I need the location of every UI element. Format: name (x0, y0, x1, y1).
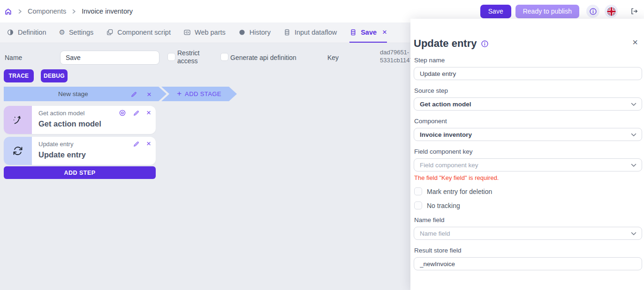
save-button[interactable]: Save (480, 5, 511, 18)
chevron-down-icon (631, 103, 636, 106)
history-icon (238, 29, 246, 36)
restrict-access-checkbox[interactable] (167, 53, 175, 61)
field-component-key-label: Field component key (414, 148, 642, 155)
tab-input-dataflow[interactable]: Input dataflow (283, 22, 337, 43)
step-name-input[interactable] (414, 67, 642, 80)
close-tab-icon[interactable]: × (382, 28, 387, 37)
component-label: Component (414, 118, 642, 125)
action-model-icon (4, 106, 32, 134)
tab-settings[interactable]: ⚙ Settings (59, 22, 93, 43)
no-tracking-label: No tracking (427, 202, 460, 209)
step-card-get-action-model[interactable]: Get action model Get action model × (4, 106, 156, 134)
step-card-update-entry[interactable]: Update entry Update entry × (4, 137, 156, 165)
app-screen: Components Invoice inventory Save Ready … (0, 0, 644, 290)
generate-api-checkbox[interactable] (220, 53, 228, 61)
view-step-icon[interactable] (119, 109, 126, 117)
delete-stage-icon[interactable]: × (145, 90, 153, 98)
trace-button[interactable]: TRACE (4, 69, 34, 82)
result-store-field-label: Result store field (414, 247, 642, 254)
tab-component-script[interactable]: Component script (106, 22, 171, 43)
source-step-label: Source step (414, 87, 642, 94)
source-step-select[interactable]: Get action model (414, 97, 642, 111)
plus-icon: + (177, 89, 182, 98)
ready-to-publish-button[interactable]: Ready to publish (515, 5, 579, 18)
no-tracking-checkbox[interactable] (414, 201, 422, 209)
chevron-down-icon (631, 164, 636, 167)
logout-button[interactable] (630, 7, 638, 15)
home-icon[interactable] (4, 7, 12, 15)
delete-step-icon[interactable]: × (146, 109, 151, 117)
stage-segment[interactable]: New stage × (4, 87, 167, 101)
chevron-right-icon (71, 9, 76, 14)
close-panel-icon[interactable]: × (632, 38, 638, 46)
breadcrumb: Components Invoice inventory (4, 0, 133, 22)
chevron-right-icon (17, 9, 23, 14)
name-label: Name (5, 54, 22, 61)
component-select[interactable]: Invoice inventory (414, 128, 642, 141)
edit-step-icon[interactable] (133, 141, 140, 148)
panel-title: Update entry (414, 37, 477, 50)
gear-icon: ⚙ (59, 29, 65, 36)
mark-entry-deletion-label: Mark entry for deletion (427, 188, 492, 195)
step-name-label: Get action model (38, 119, 150, 128)
uk-flag-icon (607, 7, 616, 16)
update-entry-panel: × Update entry Step name Source step Get… (410, 19, 644, 290)
tab-web-parts[interactable]: Web parts (183, 22, 226, 43)
tab-history[interactable]: History (238, 22, 271, 43)
dataflow-icon (283, 29, 291, 36)
edit-step-icon[interactable] (133, 110, 140, 117)
name-field-select[interactable]: Name field (414, 227, 642, 240)
definition-icon (7, 29, 14, 36)
language-flag-button[interactable] (605, 5, 618, 18)
key-label: Key (327, 54, 339, 61)
field-component-key-select[interactable]: Field component key (414, 158, 642, 171)
generate-api-label: Generate api definition (230, 54, 296, 61)
debug-button[interactable]: DEBUG (41, 69, 68, 82)
restrict-access-label: Restrict access (177, 49, 205, 65)
delete-step-icon[interactable]: × (146, 140, 151, 148)
update-entry-icon (4, 137, 32, 165)
dataflow-icon (349, 29, 357, 36)
stage-name: New stage (4, 87, 143, 101)
tab-definition[interactable]: Definition (7, 22, 46, 43)
add-stage-button[interactable]: + ADD STAGE (161, 87, 237, 101)
tab-save[interactable]: Save × (349, 22, 387, 43)
info-button[interactable] (586, 5, 599, 18)
component-script-icon (106, 29, 114, 36)
edit-stage-icon[interactable] (129, 90, 138, 98)
chevron-down-icon (631, 232, 636, 236)
step-name-label: Step name (414, 57, 642, 64)
chevron-down-icon (631, 133, 636, 137)
mark-entry-deletion-checkbox[interactable] (414, 187, 422, 195)
validation-error: The field "Key field" is required. (414, 174, 642, 181)
result-store-field-input[interactable] (414, 257, 642, 270)
name-field-label: Name field (414, 216, 642, 223)
key-value: dad79651- 5331cb1147 (380, 48, 413, 64)
breadcrumb-components[interactable]: Components (28, 7, 66, 15)
breadcrumb-current: Invoice inventory (82, 7, 133, 15)
step-name-label: Update entry (38, 150, 150, 159)
web-parts-icon (183, 29, 191, 36)
component-name-input[interactable] (60, 51, 159, 65)
add-step-button[interactable]: ADD STEP (4, 166, 156, 179)
info-icon[interactable] (481, 40, 489, 48)
